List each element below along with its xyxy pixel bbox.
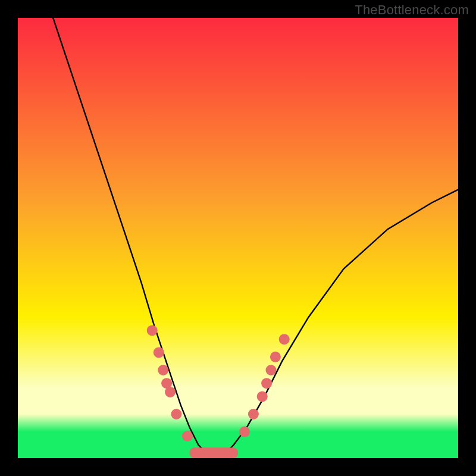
salmon-dots-group — [147, 325, 290, 441]
watermark-text: TheBottleneck.com — [355, 2, 469, 18]
salmon-dot — [182, 431, 193, 441]
salmon-dot — [147, 325, 158, 336]
salmon-dot — [239, 427, 250, 437]
salmon-dot — [165, 387, 176, 397]
bottleneck-curve — [53, 18, 458, 454]
salmon-dot — [154, 347, 164, 358]
salmon-dot — [248, 409, 259, 419]
salmon-dot — [171, 409, 181, 419]
chart-frame: TheBottleneck.com — [0, 0, 476, 476]
salmon-trough — [190, 447, 238, 458]
plot-area — [18, 18, 458, 458]
salmon-dot — [261, 378, 272, 389]
salmon-dot — [158, 365, 168, 375]
salmon-dot — [257, 391, 268, 402]
salmon-dot — [270, 352, 281, 362]
salmon-dot — [266, 365, 277, 375]
salmon-dot — [279, 334, 290, 345]
chart-svg — [18, 18, 458, 458]
